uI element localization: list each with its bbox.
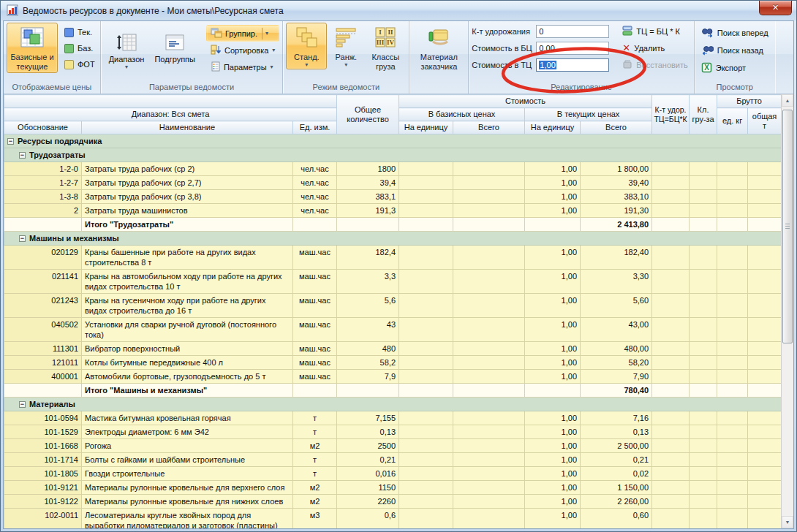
cell-base-per-unit[interactable] — [399, 509, 453, 529]
sorting-button[interactable]: Сортировка ▾ — [206, 42, 279, 58]
cell-cur-total[interactable]: 0,02 — [581, 467, 652, 481]
cell-name[interactable]: Краны башенные при работе на других вида… — [82, 246, 293, 270]
cell-cur-total[interactable]: 0,21 — [581, 453, 652, 467]
cell-brutto-kg[interactable] — [717, 190, 748, 204]
cell-unit[interactable]: чел.час — [293, 162, 337, 176]
cell-unit[interactable]: маш.час — [293, 370, 337, 384]
cell-qty[interactable]: 182,4 — [337, 246, 399, 270]
cell-base-total[interactable] — [453, 425, 525, 439]
cell-qty[interactable]: 58,2 — [337, 356, 399, 370]
cell-cur-per-unit[interactable]: 1,00 — [525, 204, 581, 218]
cell-base-total[interactable] — [453, 495, 525, 509]
table-row[interactable]: Итого "Трудозатраты"2 413,80 — [4, 218, 782, 232]
cell-k-udor[interactable] — [652, 384, 690, 398]
cell-unit[interactable]: чел.час — [293, 190, 337, 204]
base-prices-button[interactable]: Баз. — [62, 40, 97, 56]
cell-cargo-class[interactable] — [690, 246, 717, 270]
cell-cargo-class[interactable] — [690, 411, 717, 425]
cell-base-total[interactable] — [453, 453, 525, 467]
cell-cur-per-unit[interactable] — [525, 218, 581, 232]
cell-cur-per-unit[interactable]: 1,00 — [525, 411, 581, 425]
cell-base-per-unit[interactable] — [399, 411, 453, 425]
close-button[interactable]: ✕ — [759, 1, 792, 15]
cell-base-per-unit[interactable] — [399, 356, 453, 370]
cell-base-per-unit[interactable] — [399, 318, 453, 342]
cell-cur-total[interactable]: 1 150,00 — [581, 481, 652, 495]
table-row[interactable]: 101-9121Материалы рулонные кровельные дл… — [4, 481, 782, 495]
cell-k-udor[interactable] — [652, 453, 690, 467]
cell-k-udor[interactable] — [652, 495, 690, 509]
cell-qty[interactable]: 383,1 — [337, 190, 399, 204]
cell-cur-total[interactable]: 7,90 — [581, 370, 652, 384]
cell-unit[interactable] — [293, 218, 337, 232]
cell-cur-per-unit[interactable]: 1,00 — [525, 509, 581, 529]
grouping-dropdown-icon[interactable]: ▾ — [262, 28, 268, 39]
cell-name[interactable]: Электроды диаметром: 6 мм Э42 — [82, 425, 293, 439]
cell-k-udor[interactable] — [652, 162, 690, 176]
cell-code[interactable]: 121011 — [4, 356, 82, 370]
cell-qty[interactable]: 2500 — [337, 439, 399, 453]
cell-name[interactable]: Мастика битумная кровельная горячая — [82, 411, 293, 425]
cell-base-per-unit[interactable] — [399, 453, 453, 467]
cell-base-per-unit[interactable] — [399, 467, 453, 481]
cell-unit[interactable]: маш.час — [293, 356, 337, 370]
cell-base-per-unit[interactable] — [399, 481, 453, 495]
cell-cur-total[interactable]: 0,60 — [581, 509, 652, 529]
cell-base-total[interactable] — [453, 467, 525, 481]
cell-qty[interactable] — [337, 384, 399, 398]
cell-brutto-kg[interactable] — [717, 218, 748, 232]
cell-base-per-unit[interactable] — [399, 384, 453, 398]
range-button[interactable]: Диапазон ▾ — [104, 28, 150, 72]
cell-brutto-t[interactable] — [748, 453, 781, 467]
current-prices-button[interactable]: Тек. — [62, 24, 97, 40]
cell-brutto-t[interactable] — [748, 356, 781, 370]
cell-qty[interactable]: 1800 — [337, 162, 399, 176]
cell-k-udor[interactable] — [652, 318, 690, 342]
cell-cargo-class[interactable] — [690, 356, 717, 370]
collapse-icon[interactable]: − — [19, 401, 26, 408]
standard-mode-button[interactable]: Станд. ▾ — [286, 23, 327, 69]
cell-code[interactable]: 101-1714 — [4, 453, 82, 467]
cell-cur-per-unit[interactable]: 1,00 — [525, 190, 581, 204]
cell-name[interactable]: Затраты труда рабочих (ср 3,8) — [82, 190, 293, 204]
cost-bc-input[interactable]: 0,00 — [536, 42, 609, 55]
cell-base-total[interactable] — [453, 384, 525, 398]
cell-base-per-unit[interactable] — [399, 246, 453, 270]
cell-qty[interactable]: 1150 — [337, 481, 399, 495]
cell-brutto-kg[interactable] — [717, 370, 748, 384]
cell-code[interactable]: 020129 — [4, 246, 82, 270]
cell-brutto-t[interactable] — [748, 270, 781, 294]
table-row[interactable]: −Ресурсы подрядчика — [4, 134, 782, 148]
cell-base-total[interactable] — [453, 411, 525, 425]
vertical-scrollbar[interactable]: ▲ ▼ — [781, 94, 793, 528]
cell-brutto-kg[interactable] — [717, 495, 748, 509]
cell-k-udor[interactable] — [652, 190, 690, 204]
cell-unit[interactable]: м2 — [293, 495, 337, 509]
cell-qty[interactable]: 480 — [337, 342, 399, 356]
cell-cur-per-unit[interactable]: 1,00 — [525, 246, 581, 270]
cell-brutto-t[interactable] — [748, 318, 781, 342]
collapse-icon[interactable]: − — [19, 152, 26, 159]
cell-brutto-t[interactable] — [748, 467, 781, 481]
table-row[interactable]: 121011Котлы битумные передвижные 400 лма… — [4, 356, 782, 370]
cell-qty[interactable]: 7,9 — [337, 370, 399, 384]
cell-qty[interactable]: 43 — [337, 318, 399, 342]
cell-name[interactable]: Материалы рулонные кровельные для нижних… — [82, 495, 293, 509]
cell-brutto-t[interactable] — [748, 204, 781, 218]
cell-unit[interactable]: м2 — [293, 481, 337, 495]
table-row[interactable]: 1-3-8Затраты труда рабочих (ср 3,8)чел.ч… — [4, 190, 782, 204]
cell-cur-total[interactable]: 182,40 — [581, 246, 652, 270]
cell-brutto-kg[interactable] — [717, 294, 748, 318]
basic-and-current-button[interactable]: Базисные и текущие — [7, 23, 58, 73]
cell-cargo-class[interactable] — [690, 190, 717, 204]
cell-base-total[interactable] — [453, 356, 525, 370]
table-row[interactable]: 021243Краны на гусеничном ходу при работ… — [4, 294, 782, 318]
cell-cur-per-unit[interactable]: 1,00 — [525, 162, 581, 176]
cell-cur-per-unit[interactable]: 1,00 — [525, 370, 581, 384]
cell-base-total[interactable] — [453, 318, 525, 342]
cell-unit[interactable]: маш.час — [293, 270, 337, 294]
cell-code[interactable]: 101-9122 — [4, 495, 82, 509]
cell-k-udor[interactable] — [652, 342, 690, 356]
cell-k-udor[interactable] — [652, 425, 690, 439]
cell-cargo-class[interactable] — [690, 481, 717, 495]
